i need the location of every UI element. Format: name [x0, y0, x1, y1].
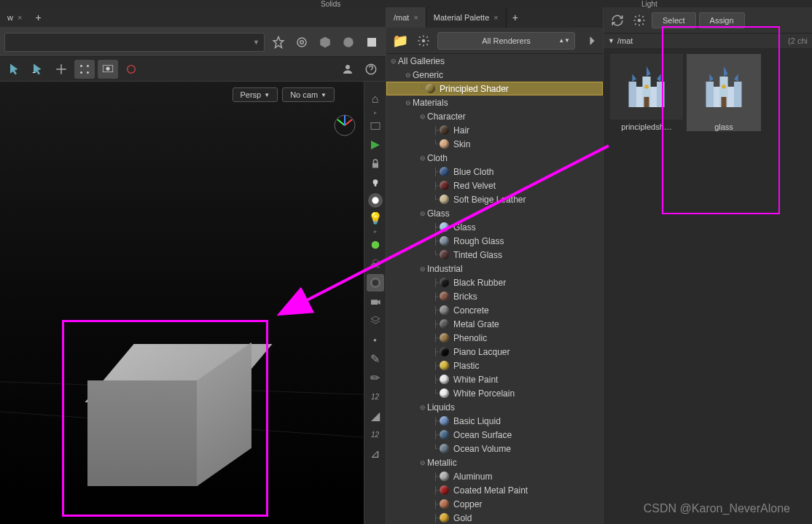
select-tool[interactable] — [4, 60, 25, 79]
pin-icon[interactable] — [269, 33, 288, 52]
transform-tool[interactable] — [51, 60, 71, 79]
tree-ocean-volume[interactable]: └Ocean Volume — [386, 442, 603, 455]
tree-skin[interactable]: └Skin — [386, 137, 603, 151]
light-icon[interactable] — [367, 174, 384, 192]
dot-icon[interactable]: ● — [367, 331, 384, 348]
tree-aluminum[interactable]: ├Aluminum — [386, 469, 603, 483]
tree-soft-beige[interactable]: └Soft Beige Leather — [386, 192, 603, 206]
measure-icon[interactable]: 12 — [367, 426, 384, 443]
sphere-icon[interactable] — [339, 33, 358, 52]
tree-ocean-surface[interactable]: ├Ocean Surface — [386, 428, 603, 442]
gear-icon[interactable] — [630, 11, 649, 30]
camera-icon[interactable] — [367, 293, 384, 310]
lock-icon[interactable] — [367, 155, 384, 173]
grid-tool[interactable] — [98, 60, 118, 79]
tree-white-paint[interactable]: ├White Paint — [386, 372, 603, 386]
close-icon[interactable]: × — [17, 13, 22, 22]
add-tab-button[interactable]: + — [507, 9, 524, 26]
swatch-icon — [440, 305, 449, 315]
tree-blue-cloth[interactable]: ├Blue Cloth — [386, 165, 603, 179]
skull-icon[interactable]: ☠ — [367, 255, 384, 273]
tree-white-porcelain[interactable]: └White Porcelain — [386, 386, 603, 400]
folder-add-icon[interactable]: 📁 — [391, 31, 410, 50]
close-icon[interactable]: × — [413, 13, 418, 22]
user-tool[interactable] — [337, 60, 358, 79]
tree-glass-item[interactable]: ├Glass — [386, 220, 603, 234]
shelf-dropdown[interactable]: ▼ — [4, 33, 265, 52]
menu-light[interactable]: Light — [641, 0, 657, 8]
target-icon[interactable] — [292, 33, 311, 52]
ao-icon[interactable] — [367, 274, 384, 292]
refresh-icon[interactable] — [608, 11, 627, 30]
tree-character[interactable]: ⊖Character — [386, 109, 603, 123]
help-icon[interactable] — [361, 60, 381, 79]
cube-icon[interactable] — [316, 33, 335, 52]
viewport-tab[interactable]: w × — [0, 10, 29, 25]
menu-solids[interactable]: Solids — [321, 0, 340, 8]
plane-icon[interactable] — [362, 33, 381, 52]
persp-dropdown[interactable]: Persp▼ — [233, 87, 278, 102]
tree-materials[interactable]: ⊖Materials — [386, 95, 603, 109]
material-item-principled[interactable]: principledsh… — [609, 54, 684, 131]
tree-concrete[interactable]: ├Concrete — [386, 303, 603, 317]
record-tool[interactable] — [121, 60, 141, 79]
tab-mat[interactable]: /mat × — [386, 7, 426, 28]
tab-material-palette[interactable]: Material Palette × — [426, 7, 507, 28]
assign-button[interactable]: Assign — [699, 12, 745, 28]
3d-viewport[interactable]: Persp▼ No cam▼ — [0, 82, 364, 524]
env-icon[interactable] — [367, 236, 384, 254]
viewport-tab-strip: w × + — [0, 7, 386, 28]
path-bar[interactable]: ▼ /mat (2 chi — [604, 34, 812, 48]
svg-point-4 — [80, 65, 82, 67]
tree-plastic[interactable]: ├Plastic — [386, 359, 603, 372]
tree-piano-lacquer[interactable]: ├Piano Lacquer — [386, 345, 603, 359]
eraser-icon[interactable]: ◢ — [367, 407, 384, 424]
tree-glass[interactable]: ⊖Glass — [386, 206, 603, 220]
gear-icon[interactable] — [414, 31, 433, 50]
tree-bricks[interactable]: ├Bricks — [386, 289, 603, 303]
camera-gizmo[interactable] — [330, 111, 359, 140]
display-icon[interactable] — [367, 117, 384, 135]
render-icon[interactable] — [368, 193, 383, 208]
tree-generic[interactable]: ⊖Generic — [386, 68, 603, 82]
lasso-tool[interactable] — [28, 60, 48, 79]
tree-red-velvet[interactable]: ├Red Velvet — [386, 179, 603, 192]
tree-metallic[interactable]: ⊖Metallic — [386, 455, 603, 469]
add-tab-button[interactable]: + — [29, 9, 47, 26]
camera-dropdown[interactable]: No cam▼ — [282, 87, 335, 102]
svg-point-45 — [722, 85, 726, 89]
material-tree[interactable]: ⊖All Galleries ⊖Generic └Principled Shad… — [386, 54, 603, 524]
tree-all-galleries[interactable]: ⊖All Galleries — [386, 54, 603, 68]
tree-hair[interactable]: ├Hair — [386, 123, 603, 137]
tree-phenolic[interactable]: ├Phenolic — [386, 331, 603, 345]
tree-black-rubber[interactable]: ├Black Rubber — [386, 275, 603, 289]
tree-copper[interactable]: ├Copper — [386, 497, 603, 511]
shading-icon[interactable] — [367, 136, 384, 154]
tree-industrial[interactable]: ⊖Industrial — [386, 262, 603, 275]
tree-tinted-glass[interactable]: └Tinted Glass — [386, 248, 603, 262]
tree-metal-grate[interactable]: ├Metal Grate — [386, 317, 603, 331]
tree-cloth[interactable]: ⊖Cloth — [386, 151, 603, 165]
apply-icon[interactable] — [579, 31, 598, 50]
brush-icon[interactable]: ✎ — [367, 350, 384, 367]
renderer-dropdown[interactable]: All Renderers ▲▼ — [437, 32, 575, 50]
swatch-icon — [440, 167, 449, 176]
tree-rough-glass[interactable]: ├Rough Glass — [386, 234, 603, 248]
bulb-icon[interactable]: 💡 — [367, 209, 384, 227]
material-item-glass[interactable]: glass — [687, 54, 761, 131]
pen-icon[interactable]: ✏ — [367, 369, 384, 386]
twelve-icon[interactable]: 12 — [367, 388, 384, 405]
tree-gold[interactable]: ├Gold — [386, 511, 603, 524]
svg-rect-17 — [371, 123, 380, 130]
tree-principled-shader[interactable]: └Principled Shader — [386, 82, 603, 95]
select-button[interactable]: Select — [652, 12, 696, 28]
tree-liquids[interactable]: ⊖Liquids — [386, 400, 603, 414]
tree-basic-liquid[interactable]: ├Basic Liquid — [386, 414, 603, 428]
layers-icon[interactable] — [367, 312, 384, 329]
ruler-icon[interactable]: ⊿ — [367, 445, 384, 462]
close-icon[interactable]: × — [493, 13, 498, 22]
svg-point-27 — [638, 18, 641, 22]
home-icon[interactable]: ⌂ — [367, 90, 384, 108]
tree-coated-metal[interactable]: ├Coated Metal Paint — [386, 483, 603, 497]
snap-tool[interactable] — [74, 60, 95, 79]
